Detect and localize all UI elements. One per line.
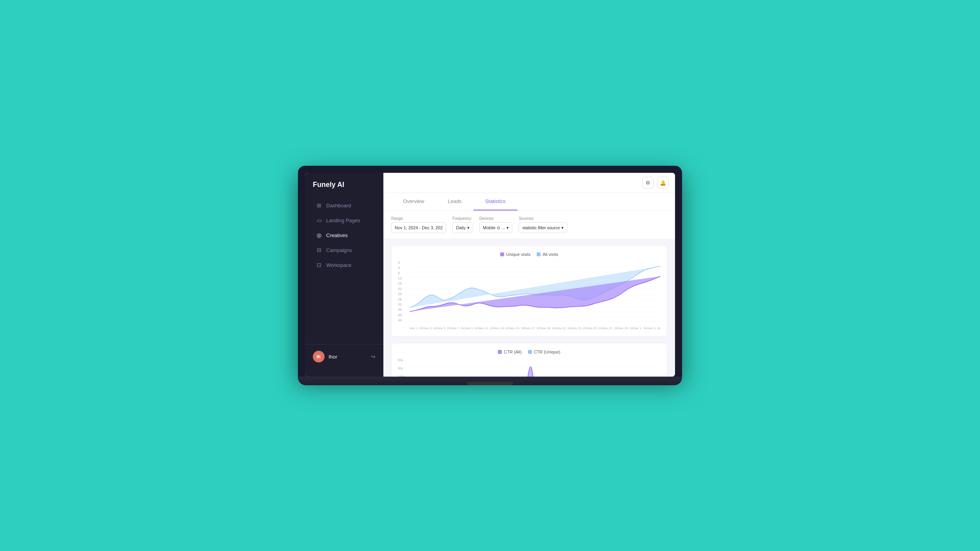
laptop-base [298,377,682,385]
main-content: ⚙ 🔔 Overview Leads Statistics [383,173,675,377]
legend-label-all: All visits [543,252,558,257]
landing-pages-icon: ▭ [316,217,322,223]
legend-dot-ctr-unique [528,350,532,354]
sidebar-nav: ⊞ Dashboard ▭ Landing Pages ◎ Creatives … [305,198,383,341]
tab-overview[interactable]: Overview [391,193,436,210]
sidebar: Funely AI ⊞ Dashboard ▭ Landing Pages ◎ … [305,173,383,377]
filter-sources: Sources: statistic.filter.source ▾ [519,216,567,233]
filter-devices: Devices: Mobile ⊙ ... ▾ [479,216,513,233]
legend-dot-all [537,252,541,256]
devices-input[interactable]: Mobile ⊙ ... ▾ [479,222,513,233]
filter-range: Range: Nov 1, 2024 - Dec 3, 202 [391,216,446,233]
settings-button[interactable]: ⚙ [642,177,654,188]
sidebar-label-campaigns: Campaigns [326,247,352,253]
avatar: IK [313,351,325,362]
ctr-chart-wrapper: 35% 30% 25% 20% 15% 10% 5% 0% [398,358,661,377]
sources-input[interactable]: statistic.filter.source ▾ [519,222,567,233]
tabs-bar: Overview Leads Statistics [383,193,675,211]
devices-label: Devices: [479,216,513,221]
visits-chart-container: Unique visits All visits 44 40 36 [391,245,667,337]
laptop-frame: Funely AI ⊞ Dashboard ▭ Landing Pages ◎ … [298,166,682,385]
ctr-chart-container: CTR (All) CTR (Unique) 35% 30% 25 [391,343,667,377]
user-name: Ihor [328,354,367,360]
legend-ctr-unique: CTR (Unique) [528,350,561,354]
range-label: Range: [391,216,446,221]
frequency-input[interactable]: Daily ▾ [452,222,473,233]
chevron-down-icon-sources: ▾ [561,225,564,230]
creatives-icon: ◎ [316,232,322,238]
sidebar-label-landing-pages: Landing Pages [326,218,360,223]
logout-icon[interactable]: ↪ [371,353,376,360]
sidebar-item-landing-pages[interactable]: ▭ Landing Pages [308,213,380,227]
legend-label-ctr-all: CTR (All) [504,350,521,354]
screen-bezel: Funely AI ⊞ Dashboard ▭ Landing Pages ◎ … [298,166,682,377]
sidebar-label-dashboard: Dashboard [326,203,351,208]
charts-area: Unique visits All visits 44 40 36 [383,239,675,377]
sidebar-label-workspace: Workspace [326,262,352,268]
visits-chart-svg-area [410,261,661,325]
laptop-screen: Funely AI ⊞ Dashboard ▭ Landing Pages ◎ … [305,173,675,377]
legend-label-ctr-unique: CTR (Unique) [534,350,561,354]
chevron-down-icon-devices: ▾ [506,225,509,230]
notifications-button[interactable]: 🔔 [657,177,669,188]
tab-leads[interactable]: Leads [436,193,473,210]
ctr-chart-svg-area [410,358,661,377]
app-logo: Funely AI [305,181,383,198]
ctr-chart-svg [410,358,661,377]
top-bar: ⚙ 🔔 [383,173,675,193]
frequency-label: Frequency: [452,216,473,221]
legend-dot-ctr-all [498,350,502,354]
legend-label-unique: Unique visits [506,252,530,257]
chevron-down-icon: ▾ [467,225,470,230]
sidebar-footer: IK Ihor ↪ [305,344,383,369]
ctr-all-path [410,367,661,377]
ctr-chart-legend: CTR (All) CTR (Unique) [398,350,661,354]
sidebar-item-workspace[interactable]: ⊡ Workspace [308,258,380,272]
visits-chart-svg [410,261,661,323]
sources-label: Sources: [519,216,567,221]
visits-chart-legend: Unique visits All visits [398,252,661,257]
dashboard-icon: ⊞ [316,202,322,208]
ctr-y-axis: 35% 30% 25% 20% 15% 10% 5% 0% [398,358,409,377]
visits-x-axis: Nov 1, 24 Nov 3, 24 Nov 5, 24 Nov 7, 24 … [410,326,661,330]
campaigns-icon: ⊟ [316,247,322,253]
visits-chart-wrapper: 44 40 36 32 28 24 20 16 12 8 4 [398,261,661,330]
legend-unique-visits: Unique visits [500,252,530,257]
sidebar-item-creatives[interactable]: ◎ Creatives [308,228,380,242]
sidebar-item-dashboard[interactable]: ⊞ Dashboard [308,198,380,212]
range-input[interactable]: Nov 1, 2024 - Dec 3, 202 [391,222,446,233]
legend-ctr-all: CTR (All) [498,350,521,354]
sidebar-item-campaigns[interactable]: ⊟ Campaigns [308,243,380,257]
filters-bar: Range: Nov 1, 2024 - Dec 3, 202 Frequenc… [383,211,675,239]
workspace-icon: ⊡ [316,262,322,268]
legend-all-visits: All visits [537,252,558,257]
tab-statistics[interactable]: Statistics [474,193,517,210]
legend-dot-unique [500,252,504,256]
visits-y-axis: 44 40 36 32 28 24 20 16 12 8 4 [398,261,409,322]
filter-frequency: Frequency: Daily ▾ [452,216,473,233]
sidebar-label-creatives: Creatives [326,232,348,238]
